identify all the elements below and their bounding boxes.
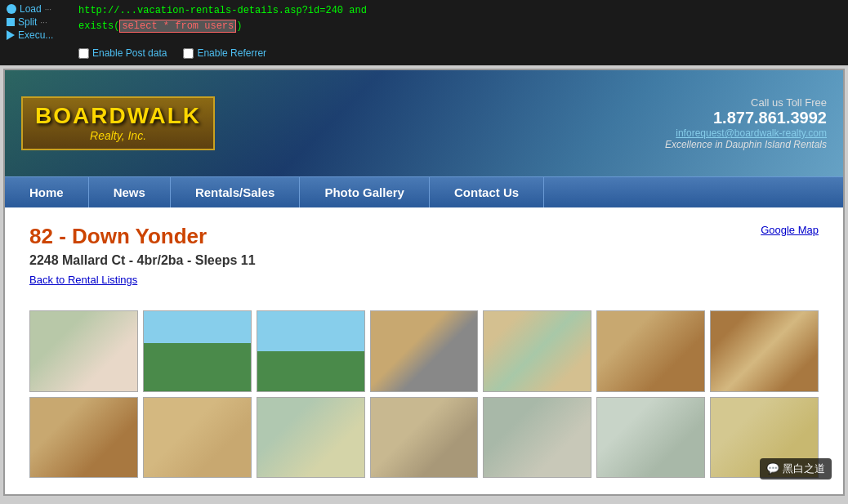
photo-7-inner <box>711 311 818 391</box>
toll-free-label: Call us Toll Free <box>665 96 827 109</box>
nav-news[interactable]: News <box>89 177 171 207</box>
photo-thumb-9[interactable] <box>143 397 252 479</box>
photo-thumb-10[interactable] <box>257 397 365 479</box>
enable-referrer-checkbox[interactable] <box>183 48 194 59</box>
logo-box: BOARDWALK Realty, Inc. <box>21 96 215 150</box>
execu-button[interactable]: Execu... <box>7 29 72 41</box>
url-injection: select * from users <box>119 20 236 33</box>
photo-thumb-13[interactable] <box>596 397 705 479</box>
logo-area: BOARDWALK Realty, Inc. <box>21 96 215 150</box>
split-icon <box>7 18 15 26</box>
options-bar: Enable Post data Enable Referrer <box>0 44 848 65</box>
photo-9-inner <box>144 398 251 478</box>
photo-10-inner <box>257 398 364 478</box>
photo-8-inner <box>30 398 137 478</box>
property-title: 82 - Down Yonder <box>29 224 819 249</box>
photo-thumb-2[interactable] <box>143 310 252 392</box>
nav-contact-us[interactable]: Contact Us <box>430 177 544 207</box>
url-display: http://...vacation-rentals-details.asp?i… <box>78 3 841 34</box>
website-container: BOARDWALK Realty, Inc. Call us Toll Free… <box>3 69 845 496</box>
photo-thumb-4[interactable] <box>370 310 479 392</box>
back-to-listings[interactable]: Back to Rental Listings <box>29 274 137 286</box>
url-part3: exists( <box>78 20 119 32</box>
logo-subtitle: Realty, Inc. <box>35 129 201 142</box>
tagline: Excellence in Dauphin Island Rentals <box>665 139 827 150</box>
nav-rentals-sales[interactable]: Rentals/Sales <box>171 177 301 207</box>
url-part4: ) <box>236 20 242 32</box>
photo-5-inner <box>484 311 591 391</box>
referrer-text: Enable Referrer <box>197 47 266 59</box>
content-area: Google Map 82 - Down Yonder 2248 Mallard… <box>5 207 843 494</box>
nav-photo-gallery[interactable]: Photo Gallery <box>300 177 430 207</box>
wechat-logo: 💬 <box>766 462 779 475</box>
execu-icon <box>7 30 15 40</box>
property-details: 2248 Mallard Ct - 4br/2ba - Sleeps 11 <box>29 253 819 268</box>
photo-11-inner <box>371 398 478 478</box>
photo-thumb-12[interactable] <box>483 397 591 479</box>
phone-number: 1.877.861.3992 <box>665 109 827 127</box>
photo-4-inner <box>371 311 478 391</box>
photo-thumb-5[interactable] <box>483 310 591 392</box>
execu-label: Execu... <box>18 29 53 41</box>
photo-thumb-7[interactable] <box>710 310 819 392</box>
toolbar: Load ··· Split ··· Execu... http://...va… <box>0 0 848 44</box>
photo-2-inner <box>144 311 251 391</box>
url-ellipsis: ... <box>119 5 137 16</box>
photo-13-inner <box>597 398 704 478</box>
photo-1-inner <box>30 311 137 391</box>
email-link[interactable]: inforequest@boardwalk-realty.com <box>665 127 827 139</box>
photo-3-inner <box>257 311 364 391</box>
site-header: BOARDWALK Realty, Inc. Call us Toll Free… <box>5 70 843 176</box>
enable-referrer-label[interactable]: Enable Referrer <box>183 47 266 59</box>
toolbar-buttons: Load ··· Split ··· Execu... <box>7 3 72 41</box>
header-contact: Call us Toll Free 1.877.861.3992 inforeq… <box>665 96 827 150</box>
photo-6-inner <box>597 311 704 391</box>
load-label: Load <box>20 3 42 15</box>
url-part1: http:// <box>78 5 119 16</box>
split-label: Split <box>18 16 37 28</box>
photo-thumb-3[interactable] <box>257 310 365 392</box>
photo-thumb-8[interactable] <box>29 397 138 479</box>
enable-post-data-checkbox[interactable] <box>78 48 89 59</box>
wechat-watermark: 💬 黑白之道 <box>760 458 832 479</box>
load-icon <box>7 4 16 14</box>
post-data-text: Enable Post data <box>92 47 167 59</box>
enable-post-data-label[interactable]: Enable Post data <box>78 47 167 59</box>
photo-thumb-6[interactable] <box>596 310 705 392</box>
load-button[interactable]: Load ··· <box>7 3 72 15</box>
nav-home[interactable]: Home <box>5 177 89 207</box>
logo-title: BOARDWALK <box>35 105 201 127</box>
url-part2: vacation-rentals-details.asp?id=240 and <box>137 5 367 16</box>
google-map-link[interactable]: Google Map <box>761 224 819 236</box>
photo-grid-row2 <box>29 397 819 479</box>
photo-thumb-1[interactable] <box>29 310 138 392</box>
photo-12-inner <box>484 398 591 478</box>
photo-grid-row1 <box>29 310 819 392</box>
split-button[interactable]: Split ··· <box>7 16 72 28</box>
wechat-text: 黑白之道 <box>783 462 825 475</box>
photo-thumb-11[interactable] <box>370 397 479 479</box>
site-nav: Home News Rentals/Sales Photo Gallery Co… <box>5 176 843 207</box>
